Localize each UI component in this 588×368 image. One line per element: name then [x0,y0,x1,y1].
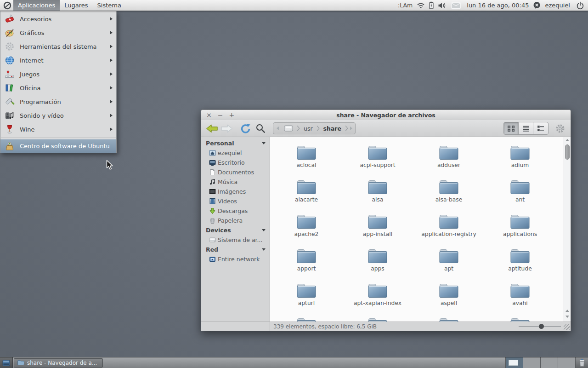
sidebar-section-red[interactable]: Red [201,245,270,254]
vertical-scrollbar[interactable] [564,137,571,322]
menu-separator [1,138,116,138]
sidebar-section-personal[interactable]: Personal [201,138,270,148]
menu-item-juegos[interactable]: Juegos [0,67,116,81]
volume-icon[interactable] [438,2,447,9]
folder-item-applications[interactable]: applications [485,208,555,243]
sidebar-item-documentos[interactable]: Documentos [201,167,270,177]
zoom-slider[interactable] [519,326,561,327]
sidebar-item-entire-network[interactable]: Entire network [201,254,270,264]
workspace-2[interactable] [523,357,540,368]
folder-item-apport[interactable]: apport [271,243,341,277]
trash-applet-icon[interactable] [575,357,588,368]
gear-menu-button[interactable] [553,122,567,135]
folder-item-application-registry[interactable]: application-registry [414,208,484,243]
folder-item-partial[interactable] [485,312,555,322]
workspace-3[interactable] [540,357,558,368]
scroll-down-icon[interactable] [564,316,571,318]
breadcrumb-scroll-left[interactable] [275,126,280,130]
battery-icon[interactable] [429,1,434,9]
back-button[interactable] [205,122,219,135]
menu-item-graficos[interactable]: Gráficos [0,26,116,40]
folder-item-partial[interactable] [414,312,484,322]
sidebar-item-ezequiel[interactable]: ezequiel [201,148,270,158]
breadcrumb-root-drive-button[interactable] [280,123,297,133]
folder-item-adduser[interactable]: adduser [414,139,484,174]
list-view-button[interactable] [519,122,533,134]
icon-view-button[interactable] [504,122,519,134]
menu-item-herramientas-del-sistema[interactable]: Herramientas del sistema [0,40,116,53]
folder-item-acpi-support[interactable]: acpi-support [343,139,413,174]
folder-item-aspell[interactable]: aspell [414,277,484,312]
folder-icon [367,316,389,322]
forward-button[interactable] [220,122,233,135]
menu-lugares[interactable]: Lugares [60,0,92,11]
sidebar-item-sistema-de-ar[interactable]: Sistema de ar... [201,235,270,245]
folder-item-avahi[interactable]: avahi [485,277,555,312]
menu-aplicaciones[interactable]: Aplicaciones [13,0,60,11]
videos-icon [209,198,216,205]
breadcrumb-scroll-right[interactable] [348,126,354,130]
maximize-button[interactable]: + [229,110,234,120]
sidebar-item-videos[interactable]: Vídeos [201,196,270,206]
minimize-button[interactable]: − [218,110,223,120]
menu-item-oficina[interactable]: Oficina [0,81,116,95]
resize-grip[interactable] [564,324,570,330]
sidebar-item-papelera[interactable]: Papelera [201,216,270,225]
sidebar-item-descargas[interactable]: Descargas [201,206,270,216]
username[interactable]: ezequiel [545,2,570,9]
folder-item-alacarte[interactable]: alacarte [271,174,341,208]
mail-icon[interactable] [451,2,461,9]
compact-view-button[interactable] [533,122,548,134]
menu-item-centro-de-software[interactable]: Centro de software de Ubuntu [0,139,116,153]
scroll-up-icon[interactable] [564,310,571,312]
breadcrumb-usr-button[interactable]: usr [300,123,317,133]
wifi-icon[interactable] [417,2,425,9]
search-button[interactable] [254,122,267,135]
user-badge-icon[interactable] [533,1,541,9]
folder-item-alsa-base[interactable]: alsa-base [414,174,484,208]
harddisk-icon [209,236,216,243]
menu-item-sonido-y-video[interactable]: Sonido y vídeo [0,109,116,122]
titlebar[interactable]: share - Navegador de archivos × − + [201,110,571,120]
breadcrumb-share-button[interactable]: share [320,123,345,133]
folder-item-apturl[interactable]: apturl [271,277,341,312]
folder-item-ant[interactable]: ant [485,174,555,208]
sidebar-section-devices[interactable]: Devices [201,225,270,235]
music-icon [209,178,216,185]
menu-sistema[interactable]: Sistema [93,0,126,11]
folder-icon [295,281,317,299]
task-button-share[interactable]: share - Navegador de a... [14,358,103,368]
scrollbar-thumb[interactable] [565,144,570,160]
folder-item-partial[interactable] [271,312,341,322]
scroll-up-icon[interactable] [564,139,571,141]
folder-item-aclocal[interactable]: aclocal [271,139,341,174]
folder-item-aptitude[interactable]: aptitude [485,243,555,277]
show-desktop-button[interactable] [0,357,13,368]
menu-item-wine[interactable]: Wine [0,122,116,136]
sidebar-item-musica[interactable]: Música [201,177,270,187]
distro-logo-icon[interactable] [1,0,13,11]
folder-item-partial[interactable] [343,312,413,322]
clock[interactable]: lun 16 de ago, 00:45 [467,2,529,9]
close-button[interactable]: × [206,110,212,120]
menu-item-programacion[interactable]: Programación [0,95,116,109]
wine-icon [5,124,15,134]
folder-item-apt[interactable]: apt [414,243,484,277]
zoom-slider-knob[interactable] [539,324,544,329]
folder-item-adium[interactable]: adium [485,139,555,174]
keyboard-layout-indicator[interactable]: :LAm [398,2,413,9]
menu-item-internet[interactable]: Internet [0,53,116,67]
workspace-1[interactable] [505,357,523,368]
folder-item-apt-xapian-index[interactable]: apt-xapian-index [343,277,413,312]
menu-item-accesorios[interactable]: Accesorios [0,12,116,26]
refresh-button[interactable] [239,122,253,135]
folder-item-app-install[interactable]: app-install [343,208,413,243]
folder-icon [438,212,460,230]
folder-item-apache2[interactable]: apache2 [271,208,341,243]
sidebar-item-imagenes[interactable]: Imágenes [201,187,270,196]
folder-item-apps[interactable]: apps [343,243,413,277]
sidebar-item-escritorio[interactable]: Escritorio [201,158,270,167]
folder-item-alsa[interactable]: alsa [343,174,413,208]
workspace-4[interactable] [558,357,575,368]
power-icon[interactable] [576,1,584,10]
